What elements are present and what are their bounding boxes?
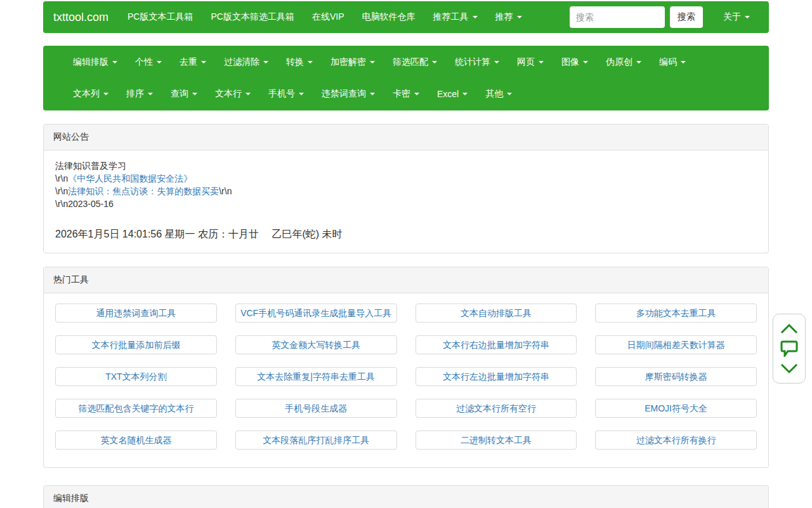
chevron-down-icon xyxy=(414,93,419,95)
chevron-down-icon xyxy=(112,61,117,64)
nav-label: 推荐工具 xyxy=(433,11,469,23)
menu-edit-layout[interactable]: 编辑排版 xyxy=(64,57,126,68)
menu-label: 去重 xyxy=(180,57,197,68)
tool-button[interactable]: EMOJI符号大全 xyxy=(595,399,757,418)
floating-widget xyxy=(773,314,806,384)
menu-filter-clean[interactable]: 过滤清除 xyxy=(215,57,277,68)
nav-pc-filter-toolbox[interactable]: PC版文本筛选工具箱 xyxy=(202,11,303,23)
announcement-title: 网站公告 xyxy=(44,124,768,150)
edit-layout-panel: 编辑排版 xyxy=(43,485,769,508)
nav-software-store[interactable]: 电脑软件仓库 xyxy=(353,11,424,23)
scroll-bottom-icon[interactable] xyxy=(780,361,799,375)
menu-encoding[interactable]: 编码 xyxy=(650,57,695,68)
tool-button[interactable]: 通用违禁词查询工具 xyxy=(55,304,217,323)
chevron-down-icon xyxy=(192,93,197,95)
chevron-down-icon xyxy=(636,61,641,64)
menu-sort[interactable]: 排序 xyxy=(117,88,162,100)
category-row-1: 编辑排版 个性 去重 过滤清除 转换 加密解密 筛选匹配 统计计算 网页 图像 … xyxy=(43,46,769,78)
tool-button[interactable]: 过滤文本行所有换行 xyxy=(595,431,757,450)
nav-recommended-tools[interactable]: 推荐工具 xyxy=(424,11,487,23)
edit-layout-title: 编辑排版 xyxy=(44,486,768,508)
tool-button[interactable]: 日期间隔相差天数计算器 xyxy=(595,335,757,354)
menu-encrypt-decrypt[interactable]: 加密解密 xyxy=(322,57,384,68)
menu-text-line[interactable]: 文本行 xyxy=(206,88,259,100)
tool-button[interactable]: VCF手机号码通讯录生成批量导入工具 xyxy=(235,304,397,323)
menu-label: 编码 xyxy=(659,57,677,68)
chevron-down-icon xyxy=(201,61,206,64)
search-input[interactable] xyxy=(570,6,665,28)
menu-label: 排序 xyxy=(126,88,144,100)
menu-convert[interactable]: 转换 xyxy=(277,57,322,68)
tool-button[interactable]: 英文名随机生成器 xyxy=(55,431,217,450)
chevron-down-icon xyxy=(370,93,375,95)
nav-pc-text-toolbox[interactable]: PC版文本工具箱 xyxy=(119,11,202,23)
tool-button[interactable]: 文本去除重复|字符串去重工具 xyxy=(235,367,397,386)
tool-button[interactable]: 文本段落乱序打乱排序工具 xyxy=(235,431,397,450)
announcement-panel: 网站公告 法律知识普及学习 \r\n《中华人民共和国数据安全法》 \r\n法律知… xyxy=(43,124,769,253)
nav-about[interactable]: 关于 xyxy=(714,11,759,23)
menu-banned-words[interactable]: 违禁词查询 xyxy=(313,88,384,100)
menu-phone-number[interactable]: 手机号 xyxy=(259,88,313,100)
menu-stats-calc[interactable]: 统计计算 xyxy=(446,57,508,68)
tool-button[interactable]: 英文金额大写转换工具 xyxy=(235,335,397,354)
tool-button[interactable]: 文本自动排版工具 xyxy=(416,304,577,323)
menu-match-filter[interactable]: 筛选匹配 xyxy=(384,57,446,68)
announcement-line-3: \r\n法律知识：焦点访谈：失算的数据买卖\r\n xyxy=(55,185,757,197)
menu-label: 筛选匹配 xyxy=(393,57,428,68)
data-security-law-link[interactable]: 《中华人民共和国数据安全法》 xyxy=(68,173,192,184)
escape-text: \r\n xyxy=(55,173,68,184)
nav-online-vip[interactable]: 在线VIP xyxy=(303,11,353,23)
nav-label: PC版文本工具箱 xyxy=(128,11,193,23)
nav-recommend[interactable]: 推荐 xyxy=(487,11,531,23)
chevron-down-icon xyxy=(148,93,153,95)
menu-other[interactable]: 其他 xyxy=(476,88,521,100)
nav-label: 在线VIP xyxy=(312,11,344,23)
chevron-down-icon xyxy=(745,16,750,18)
chevron-down-icon xyxy=(539,61,544,64)
scroll-top-icon[interactable] xyxy=(780,322,799,336)
menu-label: 网页 xyxy=(517,57,535,68)
menu-label: 个性 xyxy=(135,57,153,68)
announcement-line-1: 法律知识普及学习 xyxy=(55,159,757,172)
tool-button[interactable]: TXT文本列分割 xyxy=(55,367,217,386)
tool-button[interactable]: 文本行右边批量增加字符串 xyxy=(416,335,577,354)
tool-button[interactable]: 手机号段生成器 xyxy=(235,399,397,418)
tool-button[interactable]: 二进制转文本工具 xyxy=(416,431,577,450)
menu-dedupe[interactable]: 去重 xyxy=(171,57,215,68)
menu-label: 其他 xyxy=(485,88,503,100)
comment-icon[interactable] xyxy=(780,340,799,357)
menu-query[interactable]: 查询 xyxy=(162,88,206,100)
chevron-down-icon xyxy=(299,93,304,95)
tool-button[interactable]: 过滤文本行所有空行 xyxy=(416,399,577,418)
menu-excel[interactable]: Excel xyxy=(428,89,476,99)
chevron-down-icon xyxy=(681,61,686,64)
tool-button[interactable]: 筛选匹配包含关键字的文本行 xyxy=(55,399,217,418)
chevron-down-icon xyxy=(583,61,588,64)
menu-personality[interactable]: 个性 xyxy=(126,57,171,68)
chevron-down-icon xyxy=(263,61,268,64)
menu-label: 文本行 xyxy=(215,88,242,100)
menu-pseudo-original[interactable]: 伪原创 xyxy=(597,57,650,68)
announcement-line-4: \r\n2023-05-16 xyxy=(55,197,757,210)
nav-label: 电脑软件仓库 xyxy=(362,11,416,23)
menu-label: 卡密 xyxy=(393,88,410,100)
search-button[interactable]: 搜索 xyxy=(670,6,703,28)
chevron-down-icon xyxy=(246,93,251,95)
chevron-down-icon xyxy=(157,61,162,64)
tool-button[interactable]: 摩斯密码转换器 xyxy=(595,367,757,386)
tool-button[interactable]: 文本行批量添加前后缀 xyxy=(55,335,217,354)
chevron-down-icon xyxy=(517,16,522,18)
tool-button[interactable]: 文本行左边批量增加字符串 xyxy=(416,367,577,386)
site-logo[interactable]: txttool.com xyxy=(53,11,108,24)
legal-news-link[interactable]: 法律知识：焦点访谈：失算的数据买卖 xyxy=(68,186,219,196)
menu-webpage[interactable]: 网页 xyxy=(508,57,553,68)
chevron-down-icon xyxy=(507,93,512,95)
menu-image[interactable]: 图像 xyxy=(553,57,597,68)
menu-label: 转换 xyxy=(286,57,304,68)
category-row-2: 文本列 排序 查询 文本行 手机号 违禁词查询 卡密 Excel 其他 xyxy=(43,78,769,110)
menu-card-key[interactable]: 卡密 xyxy=(384,88,428,100)
page-container: txttool.com PC版文本工具箱 PC版文本筛选工具箱 在线VIP 电脑… xyxy=(43,1,769,508)
tool-button[interactable]: 多功能文本去重工具 xyxy=(595,304,757,323)
announcement-line-2: \r\n《中华人民共和国数据安全法》 xyxy=(55,172,757,185)
menu-text-column[interactable]: 文本列 xyxy=(64,88,117,100)
